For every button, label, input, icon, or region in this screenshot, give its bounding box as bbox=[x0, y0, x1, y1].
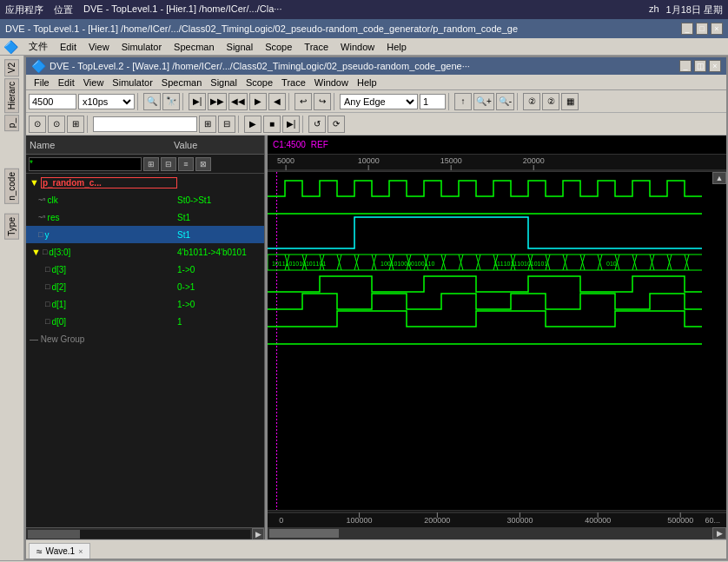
tb2-btn-3[interactable]: ⊞ bbox=[67, 116, 84, 133]
signal-name-d2: d[2] bbox=[51, 282, 177, 292]
inner-menu-simulator[interactable]: Simulator bbox=[108, 76, 156, 89]
time-input[interactable] bbox=[29, 94, 76, 109]
os-menu-pos[interactable]: 位置 bbox=[54, 3, 73, 17]
list-item[interactable]: — New Group bbox=[26, 330, 264, 347]
d2-prefix: □ bbox=[45, 282, 50, 291]
zoom-out-btn[interactable]: 🔍- bbox=[496, 93, 514, 110]
inner-menu-file[interactable]: File bbox=[30, 76, 54, 89]
cursor-btn[interactable]: ↑ bbox=[454, 93, 472, 110]
maximize-btn[interactable]: □ bbox=[696, 23, 708, 35]
outer-menu-window[interactable]: Window bbox=[335, 40, 380, 54]
tb-btn-4[interactable]: ▶ bbox=[249, 93, 267, 110]
hierarc-panel-btn[interactable]: Hierarc bbox=[4, 78, 19, 113]
edge-count-input[interactable] bbox=[420, 94, 446, 109]
inner-menu-help[interactable]: Help bbox=[353, 76, 381, 89]
tb-btn-8[interactable]: ▦ bbox=[561, 93, 579, 110]
inner-menu-specman[interactable]: Specman bbox=[157, 76, 206, 89]
outer-menu-view[interactable]: View bbox=[83, 40, 115, 54]
inner-minimize-btn[interactable]: _ bbox=[679, 60, 692, 72]
tb-btn-3[interactable]: ◀◀ bbox=[228, 93, 248, 110]
signal-list: ▼ p_random_c... ~ⁿ clk St0->St1 ~ⁿ res bbox=[26, 174, 264, 527]
outer-menu-edit[interactable]: Edit bbox=[55, 40, 82, 54]
os-menu-app[interactable]: 应用程序 bbox=[5, 3, 43, 17]
tb2-btn-refresh[interactable]: ⟳ bbox=[328, 116, 345, 133]
outer-menu-specman[interactable]: Specman bbox=[169, 40, 219, 54]
signal-name-d1: d[1] bbox=[51, 300, 177, 309]
tb2-btn-reload[interactable]: ↺ bbox=[308, 116, 326, 133]
tb2-btn-4[interactable]: ⊞ bbox=[199, 116, 216, 133]
list-item[interactable]: □ d[0] 1 bbox=[26, 313, 264, 330]
inner-close-btn[interactable]: × bbox=[709, 60, 721, 72]
close-btn[interactable]: × bbox=[711, 23, 723, 35]
time-unit-select[interactable]: x10ps bbox=[78, 94, 135, 109]
tb2-btn-1[interactable]: ⊙ bbox=[29, 116, 46, 133]
wave-tab-active[interactable]: ≈ Wave.1 × bbox=[29, 543, 90, 559]
tb2-btn-2[interactable]: ⊙ bbox=[48, 116, 65, 133]
tb-btn-2[interactable]: ▶▶ bbox=[208, 93, 227, 110]
tb-btn-5[interactable]: ◀ bbox=[268, 93, 286, 110]
inner-menu-view[interactable]: View bbox=[79, 76, 109, 89]
edge-select[interactable]: Any Edge bbox=[340, 94, 418, 109]
list-item[interactable]: ▼ □ d[3:0] 4'b1011->4'b0101 bbox=[26, 243, 264, 261]
circ-btn-1[interactable]: ② bbox=[523, 93, 540, 110]
hscroll-right-btn[interactable]: ▶ bbox=[252, 528, 264, 540]
inner-menu-window[interactable]: Window bbox=[310, 76, 353, 89]
find-btn[interactable]: 🔍 bbox=[143, 93, 161, 110]
sig-btn-1[interactable]: ⊞ bbox=[143, 157, 159, 171]
sep1 bbox=[137, 93, 141, 110]
wave-vscroll-top-btn[interactable]: ▲ bbox=[712, 172, 726, 184]
list-item[interactable]: □ y St1 bbox=[26, 226, 264, 243]
inner-menu-edit[interactable]: Edit bbox=[54, 76, 79, 89]
tb2-btn-step[interactable]: ▶| bbox=[282, 116, 300, 133]
list-item[interactable]: □ d[2] 0->1 bbox=[26, 278, 264, 295]
zoom-in-btn[interactable]: 🔍+ bbox=[473, 93, 494, 110]
minimize-btn[interactable]: _ bbox=[681, 23, 693, 35]
tb-btn-1[interactable]: ▶| bbox=[189, 93, 206, 110]
expand-icon-d[interactable]: ▼ bbox=[31, 247, 41, 257]
wave-hscroll-bar[interactable] bbox=[268, 527, 712, 539]
signal-hscroll[interactable]: ▶ bbox=[26, 527, 264, 539]
os-topbar-right: zh 1月18日 星期 bbox=[649, 3, 723, 17]
signal-search-box[interactable] bbox=[93, 116, 197, 132]
wave-tabbar: ≈ Wave.1 × bbox=[26, 539, 726, 559]
inner-menu-trace[interactable]: Trace bbox=[277, 76, 310, 89]
wave-hscroll-thumb[interactable] bbox=[269, 529, 339, 538]
signal-filter-input[interactable] bbox=[29, 157, 142, 171]
outer-menu-trace[interactable]: Trace bbox=[299, 40, 334, 54]
expand-icon-0[interactable]: ▼ bbox=[30, 177, 39, 188]
svg-text:300000: 300000 bbox=[506, 516, 533, 525]
circ-btn-2[interactable]: ② bbox=[542, 93, 559, 110]
tb2-btn-play[interactable]: ▶ bbox=[244, 116, 261, 133]
v2-panel-btn[interactable]: V2 bbox=[4, 59, 19, 76]
tb2-btn-stop[interactable]: ■ bbox=[263, 116, 281, 133]
list-item[interactable]: ~ⁿ clk St0->St1 bbox=[26, 191, 264, 208]
sig-btn-3[interactable]: ≡ bbox=[178, 157, 194, 171]
outer-menu-scope[interactable]: Scope bbox=[260, 40, 297, 54]
outer-menu-help[interactable]: Help bbox=[381, 40, 412, 54]
tb-btn-7[interactable]: ↪ bbox=[314, 93, 331, 110]
svg-text:010: 010 bbox=[606, 261, 617, 267]
outer-menu-simulator[interactable]: Simulator bbox=[116, 40, 167, 54]
outer-menu-file[interactable]: 文件 bbox=[23, 38, 53, 55]
inner-menu-signal[interactable]: Signal bbox=[206, 76, 242, 89]
svg-text:500000: 500000 bbox=[667, 516, 693, 525]
binoc-btn[interactable]: 🔭 bbox=[162, 93, 180, 110]
sig-btn-4[interactable]: ⊠ bbox=[195, 157, 211, 171]
sig-btn-2[interactable]: ⊟ bbox=[161, 157, 176, 171]
wave-tab-close-btn[interactable]: × bbox=[78, 547, 83, 556]
inner-menu-scope[interactable]: Scope bbox=[242, 76, 277, 89]
list-item[interactable]: □ d[1] 1->0 bbox=[26, 295, 264, 313]
wave-scroll-corner[interactable]: ▶ bbox=[712, 527, 726, 539]
n-code-panel-btn[interactable]: n_code bbox=[4, 169, 19, 204]
type-panel-btn[interactable]: Type bbox=[4, 214, 19, 240]
list-item[interactable]: □ d[3] 1->0 bbox=[26, 261, 264, 278]
list-item[interactable]: ▼ p_random_c... bbox=[26, 174, 264, 191]
tb-btn-6[interactable]: ↩ bbox=[295, 93, 312, 110]
inner-restore-btn[interactable]: ◫ bbox=[694, 60, 706, 72]
p-panel-btn[interactable]: p_ bbox=[4, 115, 19, 131]
d1-prefix: □ bbox=[45, 300, 50, 308]
outer-menu-signal[interactable]: Signal bbox=[222, 40, 259, 54]
list-item[interactable]: ~ⁿ res St1 bbox=[26, 208, 264, 226]
tb2-btn-5[interactable]: ⊟ bbox=[218, 116, 235, 133]
signal-hscroll-thumb[interactable] bbox=[28, 530, 80, 539]
